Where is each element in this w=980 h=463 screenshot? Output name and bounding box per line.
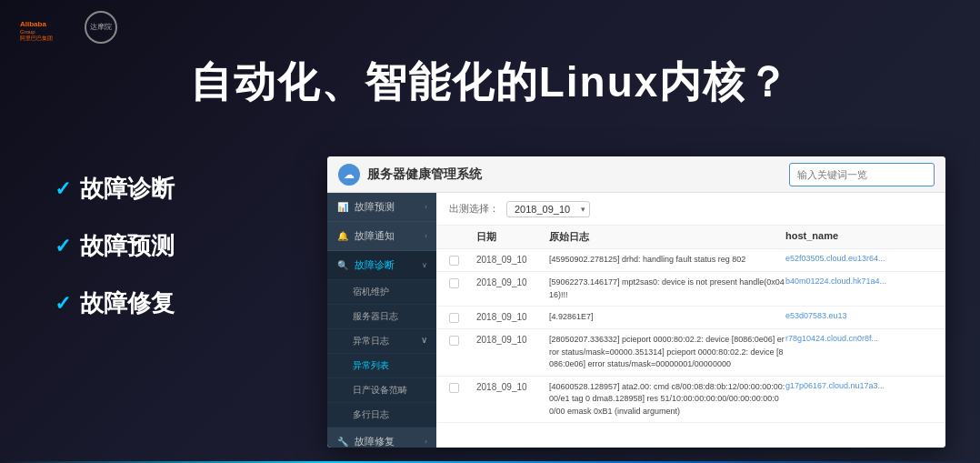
- row1-checkbox[interactable]: [449, 256, 459, 266]
- th-date: 日期: [476, 230, 549, 244]
- svg-text:阿里巴巴集团: 阿里巴巴集团: [20, 35, 53, 41]
- row4-date: 2018_09_10: [476, 334, 549, 347]
- row3-log: [4.92861E7]: [549, 311, 785, 324]
- data-table: 日期 原始日志 host_name 2018_09_10 [45950902.2…: [436, 226, 945, 448]
- search-icon: 🔍: [336, 260, 349, 270]
- check-icon-1: ✓: [55, 177, 71, 201]
- row1-date: 2018_09_10: [476, 254, 549, 267]
- sidebar-item-fault-notify[interactable]: 🔔 故障通知 ›: [327, 222, 436, 251]
- check-icon-3: ✓: [55, 292, 71, 316]
- row4-log: [28050207.336332] pcieport 0000:80:02.2:…: [549, 334, 785, 371]
- row5-checkbox-cell: [449, 381, 476, 393]
- row2-checkbox-cell: [449, 277, 476, 288]
- sidebar-item-fault-prediction[interactable]: 📊 故障预测 ›: [327, 193, 436, 222]
- row3-host: e53d07583.eu13: [785, 311, 933, 320]
- feature-label-1: 故障诊断: [80, 173, 175, 205]
- filter-label: 出测选择：: [449, 202, 499, 216]
- partner-logo: 达摩院: [85, 11, 117, 44]
- search-input[interactable]: [789, 163, 935, 186]
- sidebar-subitem-multi-log[interactable]: 多行日志: [327, 403, 436, 428]
- table-row: 2018_09_10 [59062273.146177] mpt2sas0: d…: [436, 272, 945, 307]
- features-list: ✓ 故障诊断 ✓ 故障预测 ✓ 故障修复: [55, 173, 175, 319]
- dashboard-panel: ☁ 服务器健康管理系统 📊 故障预测 › 🔔 故障通知 › 🔍 故障诊断 ∨: [327, 156, 945, 448]
- th-checkbox: [449, 230, 476, 244]
- sidebar-submenu: 宿机维护 服务器日志 异常日志 ∨ 异常列表 日产设备范畴 多行日志: [327, 280, 436, 428]
- sidebar-subitem-host-maintain[interactable]: 宿机维护: [327, 280, 436, 305]
- table-header: 日期 原始日志 host_name: [436, 226, 945, 249]
- row4-checkbox[interactable]: [449, 336, 459, 346]
- feature-label-2: 故障预测: [80, 230, 175, 262]
- dashboard-title: 服务器健康管理系统: [367, 166, 782, 183]
- sidebar-item-fault-repair[interactable]: 🔧 故障修复 ›: [327, 428, 436, 448]
- row5-host: g17p06167.cloud.nu17a3...: [785, 381, 933, 390]
- row3-date: 2018_09_10: [476, 311, 549, 324]
- date-filter-select[interactable]: 2018_09_10: [506, 201, 590, 217]
- row1-log: [45950902.278125] drhd: handling fault s…: [549, 254, 785, 267]
- sidebar-subitem-abnormal-list[interactable]: 异常列表: [327, 354, 436, 378]
- table-row: 2018_09_10 [28050207.336332] pcieport 00…: [436, 329, 945, 377]
- th-log: 原始日志: [549, 230, 785, 244]
- feature-item-1: ✓ 故障诊断: [55, 173, 175, 205]
- sidebar-subitem-daily-device[interactable]: 日产设备范畴: [327, 378, 436, 403]
- chart-icon: 📊: [336, 202, 349, 212]
- sidebar-subitem-service-log[interactable]: 服务器日志: [327, 305, 436, 329]
- row2-date: 2018_09_10: [476, 277, 549, 289]
- th-hostname: host_name: [785, 230, 933, 244]
- check-icon-2: ✓: [55, 235, 71, 258]
- svg-text:Alibaba: Alibaba: [20, 20, 46, 28]
- row5-date: 2018_09_10: [476, 381, 549, 394]
- row3-checkbox[interactable]: [449, 313, 459, 323]
- dashboard-main: 出测选择： 2018_09_10 日期 原始日志 host_name: [436, 193, 945, 448]
- row5-checkbox[interactable]: [449, 383, 459, 393]
- row5-log: [40600528.128957] ata2.00: cmd c8/00:08:…: [549, 381, 785, 418]
- row3-checkbox-cell: [449, 311, 476, 323]
- row1-checkbox-cell: [449, 254, 476, 266]
- feature-item-2: ✓ 故障预测: [55, 230, 175, 262]
- row4-host: r78g10424.cloud.cn0r8f...: [785, 334, 933, 343]
- filter-bar: 出测选择： 2018_09_10: [436, 193, 945, 226]
- table-row: 2018_09_10 [45950902.278125] drhd: handl…: [436, 249, 945, 272]
- filter-select-wrapper: 2018_09_10: [506, 200, 590, 217]
- row2-log: [59062273.146177] mpt2sas0: device is no…: [549, 277, 785, 301]
- dashboard-header: ☁ 服务器健康管理系统: [327, 156, 945, 193]
- alibaba-logo-svg: Alibaba Group 阿里巴巴集团: [18, 14, 77, 41]
- sidebar-subitem-abnormal-log[interactable]: 异常日志 ∨: [327, 329, 436, 354]
- row4-checkbox-cell: [449, 334, 476, 346]
- sidebar-item-fault-diagnose[interactable]: 🔍 故障诊断 ∨: [327, 251, 436, 280]
- row2-checkbox[interactable]: [449, 278, 459, 288]
- table-row: 2018_09_10 [4.92861E7] e53d07583.eu13: [436, 307, 945, 329]
- svg-text:Group: Group: [20, 29, 35, 35]
- bell-icon: 🔔: [336, 231, 349, 241]
- feature-label-3: 故障修复: [80, 287, 175, 319]
- dashboard-icon: ☁: [338, 164, 360, 186]
- table-row: 2018_09_10 [40600528.128957] ata2.00: cm…: [436, 377, 945, 424]
- feature-item-3: ✓ 故障修复: [55, 287, 175, 319]
- page-title: 自动化、智能化的Linux内核？: [45, 55, 935, 111]
- row1-host: e52f03505.cloud.eu13r64...: [785, 254, 933, 263]
- alibaba-logo: Alibaba Group 阿里巴巴集团: [18, 14, 77, 41]
- header-logos: Alibaba Group 阿里巴巴集团 达摩院: [18, 11, 117, 44]
- dashboard-sidebar: 📊 故障预测 › 🔔 故障通知 › 🔍 故障诊断 ∨ 宿机维护 服务器日志 异常…: [327, 193, 436, 448]
- row2-host: b40m01224.cloud.hk71a4...: [785, 277, 933, 286]
- wrench-icon: 🔧: [336, 437, 349, 447]
- dashboard-body: 📊 故障预测 › 🔔 故障通知 › 🔍 故障诊断 ∨ 宿机维护 服务器日志 异常…: [327, 193, 945, 448]
